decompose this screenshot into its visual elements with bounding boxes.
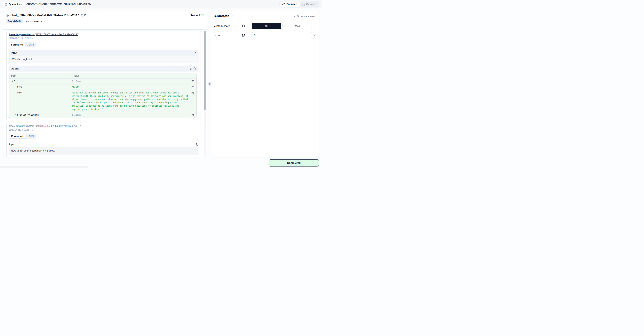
copy-icon <box>196 143 198 146</box>
copy-icon <box>192 86 194 88</box>
gauge-icon <box>282 3 285 6</box>
tab-formatted[interactable]: Formatted <box>9 43 25 47</box>
external-link-icon <box>80 33 82 36</box>
tab-json[interactable]: JSON <box>25 43 36 47</box>
copy-input-button[interactable] <box>196 143 198 146</box>
focused-view-button[interactable]: Focused <box>280 2 300 7</box>
x-icon <box>313 34 316 37</box>
output-label: Output <box>11 67 20 70</box>
detailed-view-button[interactable]: Detailed <box>300 2 319 7</box>
row-value: "Langfuse is a tool designed to help bus… <box>72 91 189 111</box>
detailed-label: Detailed <box>306 3 316 6</box>
render-tabs: Formatted JSON <box>8 42 36 47</box>
total-traces: Total traces: 2 <box>26 20 42 23</box>
copy-row-button[interactable] <box>192 91 195 94</box>
score-option-pass[interactable]: pass <box>282 23 312 29</box>
row-value: "text" <box>72 86 189 89</box>
tab-formatted[interactable]: Formatted <box>9 134 25 138</box>
input-label: Input <box>11 51 17 54</box>
input-section: Input What's Langfuse? <box>8 50 198 63</box>
clipboard-pen-icon <box>5 3 8 6</box>
row-value: 3 items <box>72 80 189 83</box>
delete-score-button[interactable] <box>313 25 316 28</box>
input-section: Input How to get user feedback in my tra… <box>8 141 198 155</box>
check-icon <box>294 15 296 18</box>
input-content: How to get user feedback in my traces? <box>8 147 198 155</box>
table-row: text "Langfuse is a tool designed to hel… <box>9 90 196 112</box>
message-circle-icon <box>242 24 245 28</box>
trace-card-1: Trace: langfuse-chatbot (d174b1589072e43… <box>6 31 201 120</box>
scrollbar-thumb[interactable] <box>204 31 206 110</box>
chevron-down-icon[interactable] <box>11 80 14 82</box>
trace-link-1[interactable]: Trace: langfuse-chatbot (d174b1589072e43… <box>8 33 82 36</box>
item-title: chat_536ed067-b86e-4eb6-882b-ba27148a234… <box>10 14 79 17</box>
score-row-custom-score: custom-score fail pass <box>214 23 316 29</box>
bottom-strip <box>0 166 88 168</box>
id-label: ID <box>84 14 86 17</box>
queue-item-panel: chat_536ed067-b86e-4eb6-882b-ba27148a234… <box>3 11 207 157</box>
row-key: 0 <box>14 80 15 83</box>
copy-id-button[interactable]: ID <box>81 14 86 17</box>
view-mode-toggle: Focused Detailed <box>279 1 320 8</box>
score-options: fail pass <box>252 23 312 29</box>
copy-icon <box>194 52 196 54</box>
trace-link-2[interactable]: Trace: langfuse-chatbot (9d0a6f2e6de8670… <box>8 125 82 127</box>
output-json-table: Path Value 0 3 items type "text" <box>9 73 197 118</box>
expand-output-button[interactable] <box>190 67 192 70</box>
copy-row-button[interactable] <box>192 79 195 83</box>
scrollbar-track <box>204 31 206 156</box>
score-option-fail[interactable]: fail <box>252 23 281 29</box>
comment-button[interactable] <box>242 34 247 37</box>
input-label: Input <box>9 143 15 146</box>
queue-item-label: Queue item <box>9 3 22 6</box>
copy-icon <box>192 114 194 116</box>
clock-icon <box>6 14 9 17</box>
render-tabs: Formatted JSON <box>8 134 36 139</box>
env-badge: Env: default <box>6 19 23 24</box>
copy-icon <box>81 14 83 17</box>
score-name: custom-score <box>214 25 230 28</box>
path-header: Path <box>11 74 74 77</box>
copy-icon <box>192 92 194 94</box>
completed-button[interactable]: Completed <box>269 159 319 167</box>
panel-divider <box>210 9 210 168</box>
grip-dots-icon <box>209 83 211 86</box>
row-key: type <box>17 86 22 89</box>
row-key: providerMetadata <box>17 113 39 117</box>
comment-button[interactable] <box>242 24 247 28</box>
input-content: What's Langfuse? <box>10 56 198 63</box>
copy-row-button[interactable] <box>192 85 195 89</box>
page-title: custom-queue: cmiacwel70041ad060s7tlr75 <box>26 2 91 6</box>
chevron-right-icon[interactable] <box>14 114 17 116</box>
focused-label: Focused <box>286 3 297 6</box>
score-name: score <box>214 34 220 37</box>
row-key: text <box>17 91 22 94</box>
queue-item-badge: Queue item <box>2 2 24 7</box>
delete-score-button[interactable] <box>313 34 316 37</box>
resize-handle[interactable] <box>208 82 211 87</box>
score-value-input[interactable] <box>252 32 312 38</box>
tab-json[interactable]: JSON <box>25 134 36 138</box>
trace-link-text: Trace: langfuse-chatbot (9d0a6f2e6de8670… <box>8 125 78 127</box>
copy-input-button[interactable] <box>194 52 196 54</box>
copy-icon <box>192 80 194 82</box>
table-row: 0 3 items <box>9 79 196 85</box>
copy-icon <box>194 67 196 70</box>
annotate-panel: Annotate Score data saved custom-score f… <box>211 11 319 157</box>
item-header: chat_536ed067-b86e-4eb6-882b-ba27148a234… <box>3 11 207 30</box>
save-status-text: Score data saved <box>297 15 316 18</box>
trace-counter: Trace 2 / 2 <box>191 14 204 17</box>
network-icon <box>302 3 305 6</box>
top-bar: Queue item custom-queue: cmiacwel70041ad… <box>0 0 322 9</box>
table-row: providerMetadata 1 items <box>9 112 196 118</box>
trace-card-2: Trace: langfuse-chatbot (9d0a6f2e6de8670… <box>6 122 201 157</box>
info-icon <box>230 15 233 18</box>
x-icon <box>313 25 316 28</box>
copy-row-button[interactable] <box>192 113 195 117</box>
value-header: Value <box>74 74 80 77</box>
trace-timestamp: 11/12/2025, 3:12:36 PM <box>8 129 198 131</box>
save-status: Score data saved <box>294 15 316 18</box>
copy-output-button[interactable] <box>194 67 196 70</box>
output-section: Output Path Value 0 3 items <box>8 66 198 118</box>
trace-timestamp: 11/12/2025, 3:12:32 PM <box>8 37 198 40</box>
